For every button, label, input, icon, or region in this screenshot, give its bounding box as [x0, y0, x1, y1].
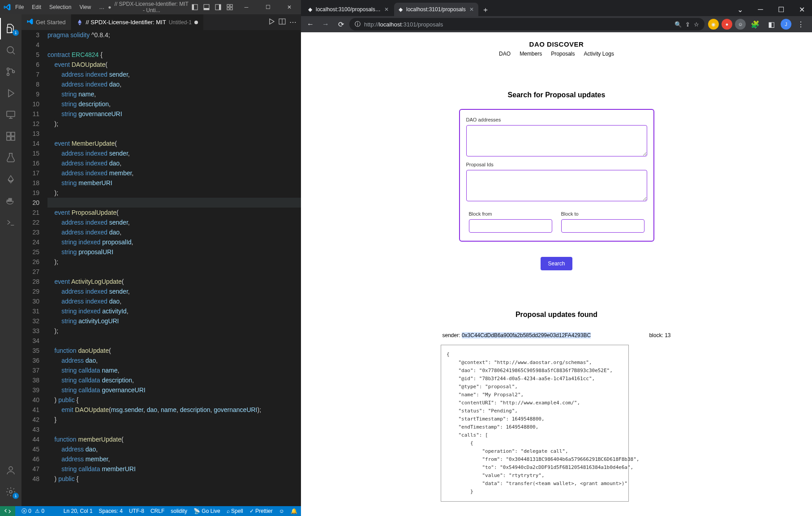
omnibox[interactable]: ⓘ http://localhost:3101/proposals 🔍 ⇪ ☆ — [349, 18, 705, 30]
layout-bottom-icon[interactable] — [202, 2, 211, 12]
activity-explorer-icon[interactable]: 1 — [0, 18, 21, 39]
tab-suffix: Untitled-1 — [169, 19, 192, 26]
share-icon[interactable]: ⇪ — [685, 21, 690, 28]
menu-overflow[interactable]: … — [95, 2, 108, 12]
dao-addresses-input[interactable] — [466, 125, 647, 156]
svg-rect-18 — [11, 137, 15, 140]
nav-dao[interactable]: DAO — [499, 51, 511, 57]
extension-1-icon[interactable]: ◉ — [708, 19, 719, 30]
proposal-ids-input[interactable] — [466, 170, 647, 201]
label-block-from: Block from — [469, 211, 552, 217]
maximize-icon[interactable]: ☐ — [771, 3, 791, 16]
activity-docker-icon[interactable] — [0, 190, 21, 212]
status-warnings[interactable]: ⚠ 0 — [35, 508, 44, 514]
search-button[interactable]: Search — [541, 257, 572, 270]
block-to-input[interactable] — [561, 219, 644, 233]
status-bell-icon[interactable]: 🔔 — [291, 508, 297, 514]
menu-selection[interactable]: Selection — [46, 2, 75, 12]
browser-tab-0[interactable]: ◆ localhost:3100/proposals/create! ✕ — [304, 3, 393, 16]
favicon-icon: ◆ — [308, 6, 312, 13]
split-editor-icon[interactable] — [279, 18, 286, 27]
menu-view[interactable]: View — [76, 2, 95, 12]
sidepanel-icon[interactable]: ◧ — [765, 17, 778, 31]
svg-point-25 — [9, 490, 12, 493]
vscode-logo-icon — [4, 4, 11, 11]
status-prettier[interactable]: ✓ Prettier — [249, 508, 273, 514]
browser-toolbar: ← → ⟳ ⓘ http://localhost:3101/proposals … — [301, 16, 812, 32]
reload-button[interactable]: ⟳ — [334, 17, 348, 31]
vscode-titlebar: File Edit Selection View … ● // SPDX-Lic… — [0, 0, 301, 14]
forward-button[interactable]: → — [319, 17, 332, 31]
nav-proposals[interactable]: Proposals — [551, 51, 575, 57]
svg-rect-17 — [7, 137, 10, 140]
activity-account-icon[interactable] — [0, 460, 21, 481]
status-eol[interactable]: CRLF — [150, 508, 164, 514]
status-golive[interactable]: 📡 Go Live — [193, 508, 220, 514]
status-ln-col[interactable]: Ln 20, Col 1 — [64, 508, 93, 514]
window-title: // SPDX-License-Identifier: MIT - Unti..… — [113, 1, 190, 13]
svg-rect-5 — [219, 4, 221, 10]
svg-rect-7 — [230, 4, 232, 7]
activity-settings-icon[interactable]: 1 — [0, 481, 21, 503]
svg-rect-3 — [204, 8, 209, 10]
code-editor[interactable]: 3456789101112131415161718192021222324252… — [21, 30, 301, 506]
run-icon[interactable] — [268, 18, 275, 27]
results-heading: Proposal updates found — [516, 311, 597, 319]
extensions-puzzle-icon[interactable]: 🧩 — [748, 17, 762, 31]
browser-window: ◆ localhost:3100/proposals/create! ✕ ◆ l… — [301, 0, 812, 516]
close-icon[interactable]: ✕ — [791, 3, 812, 16]
menu-edit[interactable]: Edit — [28, 2, 45, 12]
profile-avatar[interactable]: J — [781, 19, 791, 30]
minimize-icon[interactable]: ─ — [236, 0, 256, 14]
more-icon[interactable]: ⋯ — [289, 18, 296, 26]
nav-members[interactable]: Members — [520, 51, 542, 57]
activity-git-icon[interactable] — [0, 61, 21, 82]
ethereum-file-icon — [77, 19, 83, 26]
nav-activitylogs[interactable]: Activity Logs — [584, 51, 614, 57]
block-from-input[interactable] — [469, 219, 552, 233]
remote-indicator-icon[interactable] — [0, 506, 15, 516]
activity-terminal-icon[interactable] — [0, 212, 21, 233]
url-text: http://localhost:3101/proposals — [364, 21, 671, 28]
site-title: DAO DISCOVER — [529, 40, 584, 48]
vscode-window: File Edit Selection View … ● // SPDX-Lic… — [0, 0, 301, 516]
tab-untitled-1[interactable]: // SPDX-License-Identifier: MIT Untitled… — [71, 14, 204, 30]
layout-grid-icon[interactable] — [225, 2, 235, 12]
extension-3-icon[interactable]: ☺ — [735, 19, 746, 30]
layout-left-icon[interactable] — [190, 2, 200, 12]
browser-tab-1[interactable]: ◆ localhost:3101/proposals ✕ — [394, 3, 478, 16]
site-info-icon[interactable]: ⓘ — [355, 20, 361, 28]
status-encoding[interactable]: UTF-8 — [129, 508, 144, 514]
code-lines: pragma solidity ^0.8.4; contract ERC4824… — [47, 30, 301, 506]
activity-ethereum-icon[interactable] — [0, 169, 21, 190]
activity-search-icon[interactable] — [0, 39, 21, 61]
activity-extensions-icon[interactable] — [0, 126, 21, 147]
activity-remote-icon[interactable] — [0, 104, 21, 126]
bookmark-icon[interactable]: ☆ — [694, 21, 699, 28]
minimize-icon[interactable]: ─ — [750, 3, 771, 16]
close-icon[interactable]: ✕ — [279, 0, 299, 14]
new-tab-button[interactable]: ＋ — [479, 4, 492, 16]
tab-close-icon[interactable]: ✕ — [384, 6, 389, 13]
maximize-icon[interactable]: ☐ — [258, 0, 278, 14]
zoom-icon[interactable]: 🔍 — [675, 21, 682, 28]
extension-2-icon[interactable]: ● — [722, 19, 732, 30]
status-language[interactable]: solidity — [171, 508, 187, 514]
status-feedback-icon[interactable]: ☺ — [279, 508, 284, 514]
svg-rect-8 — [227, 8, 229, 10]
tab-label: Get Started — [36, 19, 65, 26]
menu-file[interactable]: File — [12, 2, 27, 12]
settings-badge: 1 — [13, 493, 19, 499]
kebab-menu-icon[interactable]: ⋮ — [794, 17, 808, 31]
caret-down-icon[interactable]: ⌄ — [730, 3, 750, 16]
activity-debug-icon[interactable] — [0, 82, 21, 104]
tab-title: localhost:3101/proposals — [406, 6, 466, 13]
tab-close-icon[interactable]: ✕ — [469, 6, 474, 13]
layout-right-icon[interactable] — [213, 2, 223, 12]
activity-testing-icon[interactable] — [0, 147, 21, 169]
tab-get-started[interactable]: Get Started — [21, 14, 71, 30]
status-spaces[interactable]: Spaces: 4 — [99, 508, 123, 514]
status-spell[interactable]: ⌕ Spell — [227, 508, 243, 514]
back-button[interactable]: ← — [304, 17, 317, 31]
status-errors[interactable]: ⓧ 0 — [21, 507, 31, 515]
